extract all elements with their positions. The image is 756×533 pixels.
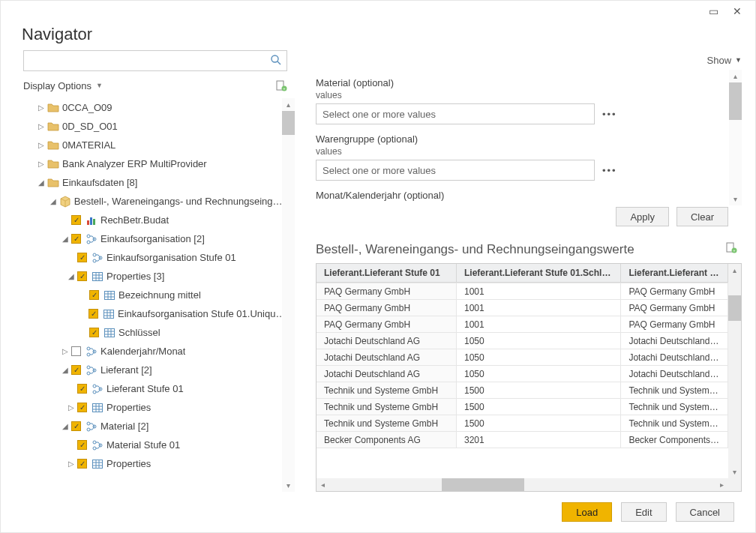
column-header[interactable]: Lieferant.Lieferant Stufe 01.Schlüssel — [456, 264, 620, 282]
expand-icon[interactable]: ◢ — [61, 366, 70, 374]
ellipsis-button[interactable]: ••• — [602, 109, 617, 120]
search-input[interactable] — [28, 55, 270, 67]
new-query-icon[interactable]: + — [275, 79, 287, 91]
tree-item[interactable]: ✓Material Stufe 01 — [23, 436, 287, 454]
tree-item[interactable]: ▷Bank Analyzer ERP MultiProvider — [23, 154, 287, 173]
column-header[interactable]: Lieferant.Lieferant Stufe 01. — [621, 264, 728, 282]
scroll-left-icon[interactable]: ◂ — [316, 478, 329, 491]
window-restore-button[interactable]: ▭ — [701, 2, 725, 20]
param-value-input[interactable]: Select one or more values — [316, 103, 595, 124]
tree-item[interactable]: ✓RechBetr.Budat — [23, 211, 287, 229]
tree-item[interactable]: ✓Bezeichnung mittel — [23, 286, 287, 304]
column-header[interactable]: Lieferant.Lieferant Stufe 01 — [316, 264, 456, 282]
scroll-down-icon[interactable]: ▾ — [729, 193, 742, 205]
table-cell: PAQ Germany GmbH — [316, 316, 456, 333]
ellipsis-button[interactable]: ••• — [602, 165, 617, 176]
tree-scrollbar[interactable]: ▴ ▾ — [282, 98, 295, 492]
expand-icon[interactable]: ▷ — [37, 122, 46, 130]
checkbox-icon[interactable]: ✓ — [77, 440, 87, 450]
table-row[interactable]: Jotachi Deutschland AG1050Jotachi Deutsc… — [316, 349, 728, 366]
checkbox-icon[interactable]: ✓ — [71, 215, 81, 225]
expand-icon[interactable]: ▷ — [37, 141, 46, 149]
expand-icon[interactable]: ◢ — [49, 197, 58, 205]
object-tree[interactable]: ▷0CCA_O09▷0D_SD_O01▷0MATERIAL▷Bank Analy… — [23, 98, 287, 473]
table-row[interactable]: Jotachi Deutschland AG1050Jotachi Deutsc… — [316, 366, 728, 382]
table-row[interactable]: PAQ Germany GmbH1001PAQ Germany GmbH — [316, 300, 728, 316]
tree-item[interactable]: ◢Einkaufsdaten [8] — [23, 173, 287, 192]
checkbox-icon[interactable] — [71, 346, 81, 356]
checkbox-icon[interactable]: ✓ — [77, 403, 87, 412]
checkbox-icon[interactable]: ✓ — [71, 421, 81, 431]
scroll-down-icon[interactable]: ▾ — [728, 466, 741, 478]
checkbox-icon[interactable]: ✓ — [88, 309, 98, 319]
scroll-thumb[interactable] — [442, 478, 524, 491]
table-cell: Jotachi Deutschland AG — [316, 366, 456, 382]
table-row[interactable]: Jotachi Deutschland AG1050Jotachi Deutsc… — [316, 333, 728, 349]
table-hscrollbar[interactable]: ◂ ▸ — [316, 478, 728, 491]
checkbox-icon[interactable]: ✓ — [77, 384, 87, 394]
table-row[interactable]: Technik und Systeme GmbH1500Technik und … — [316, 399, 728, 415]
tree-item[interactable]: ▷✓Properties — [23, 398, 287, 417]
tree-item[interactable]: ◢✓Lieferant [2] — [23, 361, 287, 379]
scroll-up-icon[interactable]: ▴ — [729, 70, 742, 82]
checkbox-icon[interactable]: ✓ — [77, 459, 87, 469]
scroll-thumb[interactable] — [728, 295, 741, 321]
checkbox-icon[interactable]: ✓ — [71, 234, 81, 244]
clear-button[interactable]: Clear — [676, 207, 728, 226]
scroll-up-icon[interactable]: ▴ — [282, 98, 295, 111]
checkbox-icon[interactable]: ✓ — [89, 290, 99, 300]
scroll-right-icon[interactable]: ▸ — [716, 478, 728, 491]
table-row[interactable]: PAQ Germany GmbH1001PAQ Germany GmbH — [316, 283, 728, 300]
load-button[interactable]: Load — [562, 502, 612, 522]
search-input-container[interactable] — [23, 50, 287, 71]
table-cell: PAQ Germany GmbH — [621, 300, 728, 316]
tree-item[interactable]: ✓Einkaufsorganisation Stufe 01.UniqueNa.… — [23, 304, 287, 323]
checkbox-icon[interactable]: ✓ — [77, 271, 87, 281]
checkbox-icon[interactable]: ✓ — [89, 328, 99, 337]
tree-item[interactable]: ✓Lieferant Stufe 01 — [23, 379, 287, 398]
table-row[interactable]: PAQ Germany GmbH1001PAQ Germany GmbH — [316, 316, 728, 333]
expand-icon[interactable]: ▷ — [37, 103, 46, 112]
scroll-up-icon[interactable]: ▴ — [728, 264, 741, 277]
display-options-dropdown[interactable]: Display Options ▼ — [23, 80, 103, 91]
tree-item[interactable]: ◢Bestell-, Wareneingangs- und Rechnungse… — [23, 192, 287, 211]
tree-item[interactable]: ✓Schlüssel — [23, 323, 287, 342]
tree-item[interactable]: ▷Kalenderjahr/Monat — [23, 342, 287, 361]
expand-icon[interactable]: ◢ — [37, 178, 46, 187]
show-dropdown[interactable]: Show ▼ — [707, 55, 742, 66]
tree-item[interactable]: ◢✓Einkaufsorganisation [2] — [23, 229, 287, 248]
tree-item[interactable]: ▷0MATERIAL — [23, 136, 287, 154]
scroll-thumb[interactable] — [729, 82, 742, 120]
table-row[interactable]: Technik und Systeme GmbH1500Technik und … — [316, 415, 728, 432]
checkbox-icon[interactable]: ✓ — [77, 253, 87, 262]
tree-item[interactable]: ▷✓Properties — [23, 454, 287, 473]
expand-icon[interactable]: ▷ — [67, 403, 76, 412]
param-label: Warengruppe (optional) — [316, 133, 728, 145]
expand-icon[interactable]: ▷ — [37, 160, 46, 168]
params-scrollbar[interactable]: ▴ ▾ — [729, 70, 742, 205]
expand-icon[interactable]: ◢ — [61, 235, 70, 243]
table-row[interactable]: Becker Components AG3201Becker Component… — [316, 432, 728, 448]
cancel-button[interactable]: Cancel — [676, 502, 734, 522]
checkbox-icon[interactable]: ✓ — [71, 365, 81, 375]
table-vscrollbar[interactable]: ▴ ▾ — [728, 264, 741, 478]
tree-item-label: 0MATERIAL — [62, 139, 116, 151]
edit-button[interactable]: Edit — [621, 502, 666, 522]
window-close-button[interactable]: ✕ — [725, 2, 749, 20]
tree-item[interactable]: ◢✓Properties [3] — [23, 267, 287, 286]
param-value-input[interactable]: Select one or more values — [316, 160, 595, 181]
expand-icon[interactable]: ▷ — [61, 347, 70, 355]
scroll-down-icon[interactable]: ▾ — [282, 479, 295, 492]
apply-button[interactable]: Apply — [616, 207, 669, 226]
table-row[interactable]: Technik und Systeme GmbH1500Technik und … — [316, 382, 728, 399]
tree-item[interactable]: ✓Einkaufsorganisation Stufe 01 — [23, 248, 287, 267]
table-cell: Jotachi Deutschland AG — [621, 366, 728, 382]
tree-item[interactable]: ▷0CCA_O09 — [23, 98, 287, 117]
tree-item[interactable]: ◢✓Material [2] — [23, 417, 287, 436]
tree-item[interactable]: ▷0D_SD_O01 — [23, 117, 287, 136]
scroll-thumb[interactable] — [282, 111, 295, 135]
expand-icon[interactable]: ◢ — [67, 272, 76, 280]
expand-icon[interactable]: ▷ — [67, 460, 76, 468]
expand-icon[interactable]: ◢ — [61, 422, 70, 430]
add-query-icon[interactable]: + — [725, 241, 737, 257]
